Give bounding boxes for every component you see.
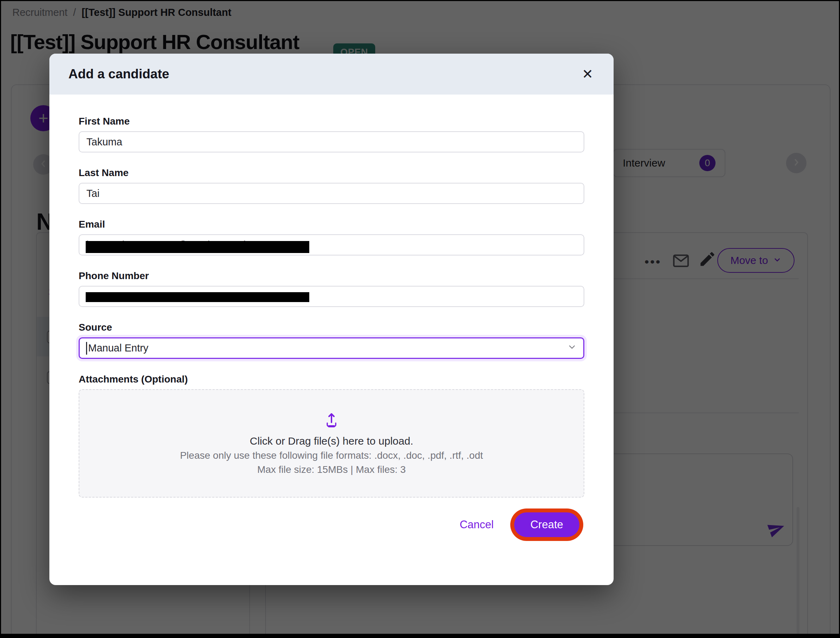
source-select[interactable]: Manual Entry — [79, 337, 584, 359]
phone-label: Phone Number — [79, 270, 584, 282]
create-button[interactable]: Create — [514, 512, 579, 537]
email-label: Email — [79, 219, 584, 230]
redaction-bar — [86, 241, 309, 253]
attachments-field-group: Attachments (Optional) Click or Drag fil… — [79, 374, 584, 497]
last-name-label: Last Name — [79, 167, 584, 179]
first-name-field-group: First Name — [79, 116, 584, 152]
source-selected-value: Manual Entry — [88, 342, 148, 354]
phone-input[interactable]: 0450111113 — [79, 286, 584, 307]
source-label: Source — [79, 322, 584, 333]
add-candidate-modal: Add a candidate ✕ First Name Last Name E… — [49, 54, 614, 585]
modal-body: First Name Last Name Email james.nixon-t… — [49, 95, 614, 537]
first-name-input[interactable] — [79, 131, 584, 152]
email-field-group: Email james.nixon-test67x@employmenthero… — [79, 219, 584, 255]
attachments-label: Attachments (Optional) — [79, 374, 584, 385]
close-icon[interactable]: ✕ — [581, 66, 595, 82]
upload-icon — [323, 412, 340, 430]
modal-header: Add a candidate ✕ — [49, 54, 614, 95]
email-input[interactable]: james.nixon-test67x@employmenthero.com — [79, 234, 584, 255]
upload-limits-hint: Max file size: 15MBs | Max files: 3 — [257, 464, 406, 475]
cancel-button[interactable]: Cancel — [457, 518, 496, 532]
first-name-label: First Name — [79, 116, 584, 127]
last-name-field-group: Last Name — [79, 167, 584, 204]
text-cursor — [86, 342, 87, 355]
upload-instruction: Click or Drag file(s) here to upload. — [249, 435, 413, 447]
source-field-group: Source Manual Entry — [79, 322, 584, 359]
file-upload-dropzone[interactable]: Click or Drag file(s) here to upload. Pl… — [79, 389, 584, 497]
app-screen: Recruitment / [[Test]] Support HR Consul… — [0, 0, 840, 638]
redaction-bar — [86, 292, 309, 302]
phone-field-group: Phone Number 0450111113 — [79, 270, 584, 307]
modal-actions: Cancel Create — [79, 512, 584, 537]
upload-formats-hint: Please only use these following file for… — [180, 450, 483, 461]
modal-title: Add a candidate — [68, 67, 169, 82]
chevron-down-icon — [567, 342, 577, 354]
last-name-input[interactable] — [79, 183, 584, 204]
